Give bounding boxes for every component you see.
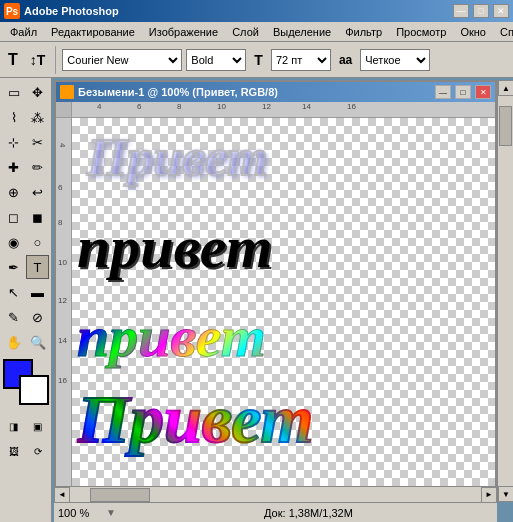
tool-row-7: ◉ ○ (2, 230, 49, 254)
ruler-vmark-16: 16 (58, 376, 67, 385)
text-layer-2[interactable]: привет (77, 213, 272, 282)
hand-tool[interactable]: ✋ (2, 330, 25, 354)
tool-row-11: ✋ 🔍 (2, 330, 49, 354)
menu-edit[interactable]: Редактирование (45, 24, 141, 40)
text-tool-button[interactable]: T (4, 47, 22, 73)
scroll-right-button[interactable]: ► (481, 487, 497, 503)
text-layer-3[interactable]: привет (77, 303, 266, 370)
canvas-content: 4 6 8 10 12 14 16 Привет привет привет (56, 118, 495, 500)
ruler-mark-8: 8 (177, 102, 181, 111)
shape-tool[interactable]: ▬ (26, 280, 49, 304)
ruler-horizontal: 4 6 8 10 12 14 16 (56, 102, 495, 118)
vertical-scrollbar[interactable]: ▲ ▼ (497, 80, 513, 502)
hscroll-thumb[interactable] (90, 488, 150, 502)
toolbar-divider-1 (55, 46, 56, 74)
menu-image[interactable]: Изображение (143, 24, 224, 40)
tool-row-6: ◻ ◼ (2, 205, 49, 229)
hscroll-track[interactable] (70, 487, 481, 503)
history-tool[interactable]: ↩ (26, 180, 49, 204)
app-icon: Ps (4, 3, 20, 19)
zoom-tool[interactable]: 🔍 (26, 330, 49, 354)
lasso-tool[interactable]: ⌇ (2, 105, 25, 129)
marquee-tool[interactable]: ▭ (2, 80, 25, 104)
scroll-left-button[interactable]: ◄ (54, 487, 70, 503)
path-select-tool[interactable]: ↖ (2, 280, 25, 304)
blur-tool[interactable]: ◉ (2, 230, 25, 254)
healing-tool[interactable]: ✚ (2, 155, 25, 179)
ruler-mark-6: 6 (137, 102, 141, 111)
menu-window[interactable]: Окно (454, 24, 492, 40)
background-color[interactable] (19, 375, 49, 405)
move-tool[interactable]: ✥ (26, 80, 49, 104)
scroll-track[interactable] (498, 96, 513, 486)
ruler-vertical: 4 6 8 10 12 14 16 (56, 118, 72, 500)
document-icon (60, 85, 74, 99)
image-ready-tool[interactable]: ⟳ (26, 439, 49, 463)
type-tool[interactable]: T (26, 255, 49, 279)
title-bar: Ps Adobe Photoshop — □ ✕ (0, 0, 513, 22)
document-title: Безымени-1 @ 100% (Привет, RGB/8) (78, 86, 431, 98)
menu-layer[interactable]: Слой (226, 24, 265, 40)
magic-wand-tool[interactable]: ⁂ (26, 105, 49, 129)
scroll-thumb[interactable] (499, 106, 512, 146)
ruler-corner (56, 102, 72, 118)
text-layer-4[interactable]: Привет (77, 380, 313, 459)
ruler-vmark-12: 12 (58, 296, 67, 305)
zoom-level: 100 % (58, 507, 98, 519)
tool-row-4: ✚ ✏ (2, 155, 49, 179)
ruler-vmark-10: 10 (58, 258, 67, 267)
document-info: Док: 1,38M/1,32M (124, 507, 493, 519)
document-window: Безымени-1 @ 100% (Привет, RGB/8) — □ ✕ … (54, 80, 497, 502)
toolbar: T ↕T Courier New Bold T 72 пт аа Четкое (0, 42, 513, 78)
menu-select[interactable]: Выделение (267, 24, 337, 40)
anti-alias-label: аа (335, 47, 356, 73)
app-title: Adobe Photoshop (24, 5, 449, 17)
ruler-mark-12: 12 (262, 102, 271, 111)
document-titlebar: Безымени-1 @ 100% (Привет, RGB/8) — □ ✕ (56, 82, 495, 102)
quick-mask-tool[interactable]: ◨ (2, 414, 25, 438)
close-button[interactable]: ✕ (493, 4, 509, 18)
clone-tool[interactable]: ⊕ (2, 180, 25, 204)
slice-tool[interactable]: ✂ (26, 130, 49, 154)
fill-tool[interactable]: ◼ (26, 205, 49, 229)
horizontal-scrollbar[interactable]: ◄ ► (54, 486, 497, 502)
font-style-select[interactable]: Bold (186, 49, 246, 71)
doc-close-button[interactable]: ✕ (475, 85, 491, 99)
doc-minimize-button[interactable]: — (435, 85, 451, 99)
menu-help[interactable]: Справк... (494, 24, 513, 40)
font-family-select[interactable]: Courier New (62, 49, 182, 71)
menu-file[interactable]: Файл (4, 24, 43, 40)
dodge-tool[interactable]: ○ (26, 230, 49, 254)
pen-tool[interactable]: ✒ (2, 255, 25, 279)
tool-row-2: ⌇ ⁂ (2, 105, 49, 129)
tool-row-5: ⊕ ↩ (2, 180, 49, 204)
minimize-button[interactable]: — (453, 4, 469, 18)
tool-row-bottom: 🖼 ⟳ (2, 439, 49, 463)
text-layer-1[interactable]: Привет (87, 128, 268, 187)
font-size-select[interactable]: 72 пт (271, 49, 331, 71)
text-orientation-button[interactable]: ↕T (26, 47, 50, 73)
maximize-button[interactable]: □ (473, 4, 489, 18)
crop-tool[interactable]: ⊹ (2, 130, 25, 154)
eraser-tool[interactable]: ◻ (2, 205, 25, 229)
ruler-vmark-8: 8 (58, 218, 62, 227)
menu-filter[interactable]: Фильтр (339, 24, 388, 40)
menu-view[interactable]: Просмотр (390, 24, 452, 40)
eyedropper-tool[interactable]: ⊘ (26, 305, 49, 329)
color-swatches (3, 359, 49, 405)
jump-tool[interactable]: 🖼 (2, 439, 25, 463)
status-bar: 100 % ▼ Док: 1,38M/1,32M (54, 502, 497, 522)
tool-row-8: ✒ T (2, 255, 49, 279)
ruler-mark-10: 10 (217, 102, 226, 111)
doc-maximize-button[interactable]: □ (455, 85, 471, 99)
notes-tool[interactable]: ✎ (2, 305, 25, 329)
screen-mode-tool[interactable]: ▣ (26, 414, 49, 438)
drawing-area[interactable]: Привет привет привет Привет (72, 118, 495, 500)
brush-tool[interactable]: ✏ (26, 155, 49, 179)
scroll-up-button[interactable]: ▲ (498, 80, 513, 96)
scroll-down-button[interactable]: ▼ (498, 486, 513, 502)
tool-row-1: ▭ ✥ (2, 80, 49, 104)
anti-alias-select[interactable]: Четкое (360, 49, 430, 71)
main-area: ▭ ✥ ⌇ ⁂ ⊹ ✂ ✚ ✏ ⊕ ↩ ◻ ◼ ◉ ○ ✒ T (0, 78, 513, 522)
ruler-h-track: 4 6 8 10 12 14 16 (72, 102, 495, 118)
